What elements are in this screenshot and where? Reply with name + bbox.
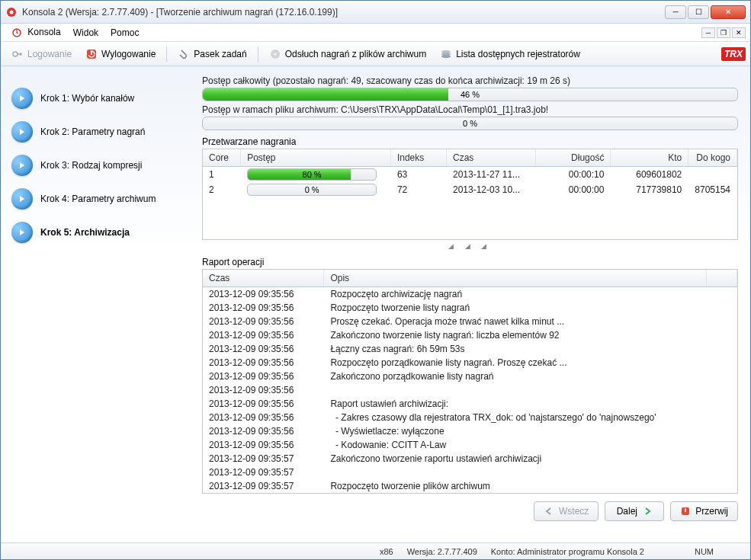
mdi-restore-button[interactable]: ❐ [717,27,730,38]
row-progress-bar: 80 % [247,168,377,181]
table-row[interactable]: 2013-12-09 09:35:56Raport ustawień archi… [203,397,737,411]
menu-widok[interactable]: Widok [67,26,104,40]
arrow-right-icon [11,88,33,109]
abort-button[interactable]: Przerwij [670,501,738,521]
table-row[interactable]: 2013-12-09 09:35:56Rozpoczęto archiwizac… [203,287,737,302]
status-num: NUM [695,547,714,556]
step-archiving[interactable]: Krok 5: Archiwizacja [11,216,196,249]
table-row[interactable]: 180 %632013-11-27 11...00:00:10609601802 [203,167,737,183]
clip-icon [178,48,190,60]
statusbar: x86 Wersja: 2.7.77.409 Konto: Administra… [1,542,750,559]
table-row[interactable]: 2013-12-09 09:35:56 - Kodowanie: CCITT A… [203,438,737,452]
col-dlugosc[interactable]: Długość [535,149,610,167]
table-row[interactable]: 2013-12-09 09:35:56Zakończono tworzenie … [203,328,737,342]
recordings-table[interactable]: Core Postęp Indeks Czas Długość Kto Do k… [202,149,738,240]
table-row[interactable]: 2013-12-09 09:35:56 - Wyświetlacze: wyłą… [203,424,737,438]
col-kto[interactable]: Kto [611,149,688,167]
logout-label: Wylogowanie [101,49,156,59]
menu-widok-label: Widok [73,27,98,38]
logout-icon [85,48,98,60]
col-core[interactable]: Core [203,149,241,167]
col-report-opis[interactable]: Opis [324,270,707,287]
arrow-right-icon [642,506,653,517]
arrow-left-icon [544,506,554,517]
report-table[interactable]: Czas Opis 2013-12-09 09:35:56Rozpoczęto … [202,269,738,494]
menu-pomoc[interactable]: Pomoc [104,26,145,40]
table-row[interactable]: 2013-12-09 09:35:56Zakończono porządkowa… [203,370,737,383]
recorders-list-button[interactable]: Lista dostępnych rejestratorów [434,46,586,62]
menu-konsola[interactable]: Konsola [5,25,67,40]
mdi-minimize-button[interactable]: ─ [701,27,715,38]
table-row[interactable]: 2013-12-09 09:35:56 - Zakres czasowy dla… [203,411,737,424]
col-indeks[interactable]: Indeks [390,149,446,167]
mdi-close-button[interactable]: ✕ [732,27,746,38]
recorders-list-label: Lista dostępnych rejestratorów [456,49,580,59]
step-archive-params[interactable]: Krok 4: Parametry archiwum [11,182,196,216]
col-report-empty[interactable] [707,270,737,287]
app-icon [5,6,18,18]
abort-label: Przerwij [695,506,728,517]
step-compression[interactable]: Krok 3: Rodzaj kompresji [11,149,196,182]
step-label: Krok 1: Wybór kanałów [40,93,134,104]
login-label: Logowanie [27,49,72,59]
step-label: Krok 2: Parametry nagrań [40,126,145,137]
table-row[interactable]: 2013-12-09 09:35:56Proszę czekać. Operac… [203,315,737,328]
toolbar-separator [258,46,258,62]
table-row[interactable]: 2013-12-09 09:35:56 [203,383,737,397]
key-icon [11,48,24,60]
main-panel: Postęp całkowity (pozostało nagrań: 49, … [199,66,750,542]
toolbar: Logowanie Wylogowanie Pasek zadań Odsłuc… [1,42,750,66]
svg-point-3 [13,52,18,56]
recordings-title: Przetwarzane nagrania [202,136,738,147]
trx-logo: TRX [721,47,746,61]
col-report-czas[interactable]: Czas [203,270,324,287]
col-postep[interactable]: Postęp [241,149,391,167]
table-row[interactable]: 2013-12-09 09:35:56Rozpoczęto porządkowa… [203,356,737,370]
back-button: Wstecz [534,501,599,521]
menu-pomoc-label: Pomoc [111,27,139,38]
table-row[interactable]: 2013-12-09 09:35:57Rozpoczęto tworzenie … [203,479,737,493]
logout-button[interactable]: Wylogowanie [79,46,162,62]
taskbar-label: Pasek zadań [194,49,246,59]
table-row[interactable]: 2013-12-09 09:35:57Zakończono tworzenie … [203,452,737,466]
table-row[interactable]: 20 %722013-12-03 10...00:00:007177398108… [203,182,737,197]
file-progress-label: Postęp w ramach pliku archiwum: C:\Users… [202,104,738,115]
next-label: Dalej [617,506,637,517]
step-label: Krok 3: Rodzaj kompresji [40,160,142,171]
maximize-button[interactable]: ☐ [688,5,709,19]
overall-progress-label: Postęp całkowity (pozostało nagrań: 49, … [202,75,738,86]
svg-point-1 [10,10,14,14]
table-row[interactable]: 2013-12-09 09:35:56Rozpoczęto tworzenie … [203,301,737,315]
table-row[interactable]: 2013-12-09 09:35:56Łączny czas nagrań: 6… [203,342,737,356]
stop-icon [680,506,691,517]
wizard-steps: Krok 1: Wybór kanałów Krok 2: Parametry … [1,66,199,542]
overall-progress-text: 46 % [203,88,737,101]
step-channels[interactable]: Krok 1: Wybór kanałów [11,82,196,115]
step-recording-params[interactable]: Krok 2: Parametry nagrań [11,115,196,149]
row-progress-bar: 0 % [247,184,377,196]
disc-icon [269,48,281,60]
taskbar-button[interactable]: Pasek zadań [172,46,252,62]
report-title: Raport operacji [202,257,738,267]
col-czas[interactable]: Czas [446,149,535,167]
arrow-right-icon [11,121,33,142]
back-label: Wstecz [559,506,589,517]
status-account: Konto: Administrator programu Konsola 2 [491,547,644,556]
menubar: Konsola Widok Pomoc ─ ❐ ✕ [1,24,750,42]
minimize-button[interactable]: ─ [665,5,686,19]
splitter-gripper[interactable]: ◢ ◢ ◢ [202,240,738,251]
table-row[interactable]: 2013-12-09 09:35:57 [203,466,737,479]
next-button[interactable]: Dalej [605,501,664,521]
status-arch: x86 [380,547,393,556]
overall-progress-bar: 46 % [202,88,738,101]
archive-listen-button[interactable]: Odsłuch nagrań z plików archiwum [263,46,432,62]
step-label: Krok 4: Parametry archiwum [40,194,156,204]
konsola-icon [11,27,22,38]
content-area: Krok 1: Wybór kanałów Krok 2: Parametry … [1,66,750,542]
titlebar[interactable]: Konsola 2 (Wersja: 2.7.77.409) - [Tworze… [1,1,750,24]
wizard-buttons: Wstecz Dalej Przerwij [202,494,738,521]
col-dokogo[interactable]: Do kogo [688,149,737,167]
file-progress-bar: 0 % [202,117,738,130]
arrow-right-icon [11,222,33,243]
close-button[interactable]: ✕ [711,5,746,19]
